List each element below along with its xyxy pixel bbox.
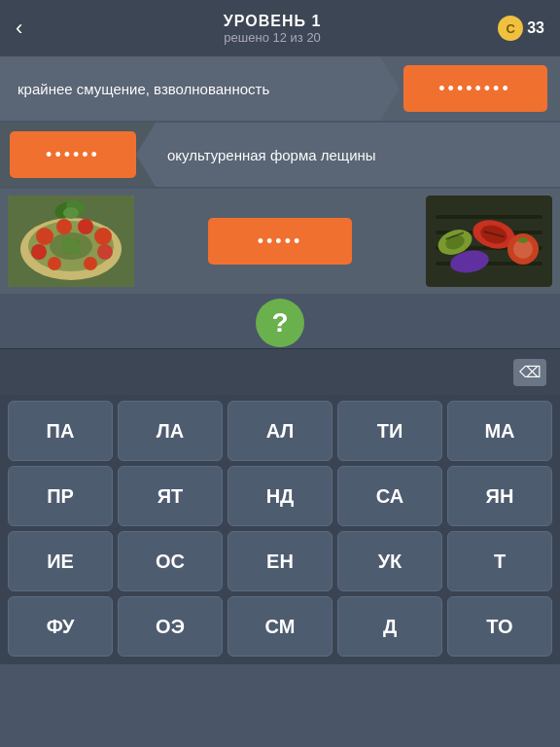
letter-cell-2-4[interactable]: Т bbox=[447, 531, 552, 591]
clue2-answer-area: •••••• bbox=[0, 131, 136, 178]
clue2-answer[interactable]: •••••• bbox=[10, 131, 136, 178]
hint-button[interactable]: ? bbox=[256, 299, 304, 347]
clue2-text: окультуренная форма лещины bbox=[136, 123, 560, 187]
food-image-1 bbox=[8, 196, 134, 287]
level-subtitle: решено 12 из 20 bbox=[47, 30, 498, 45]
back-button[interactable]: ‹ bbox=[16, 16, 47, 41]
svg-point-11 bbox=[31, 244, 47, 260]
clue2-label: окультуренная форма лещины bbox=[167, 147, 376, 163]
letter-cell-0-0[interactable]: ПА bbox=[8, 401, 113, 461]
letter-cell-1-4[interactable]: ЯН bbox=[447, 466, 552, 526]
svg-point-14 bbox=[61, 239, 81, 253]
letter-cell-1-1[interactable]: ЯТ bbox=[118, 466, 223, 526]
coins-badge: C 33 bbox=[498, 16, 544, 41]
svg-point-17 bbox=[63, 207, 79, 219]
header: ‹ УРОВЕНЬ 1 решено 12 из 20 C 33 bbox=[0, 0, 560, 56]
clue1-label: крайнее смущение, взволнованность bbox=[18, 81, 269, 97]
svg-point-5 bbox=[56, 219, 72, 234]
clue-row-2: •••••• окультуренная форма лещины bbox=[0, 123, 560, 187]
letter-cell-3-4[interactable]: ТО bbox=[447, 596, 552, 657]
clue1-answer[interactable]: •••••••• bbox=[403, 65, 547, 112]
letter-cell-0-1[interactable]: ЛА bbox=[118, 401, 223, 461]
clue3-answer-area: ••••• bbox=[140, 218, 420, 265]
clue3-answer[interactable]: ••••• bbox=[208, 218, 352, 265]
level-title: УРОВЕНЬ 1 bbox=[47, 13, 498, 30]
clue-row-3: ••••• bbox=[0, 189, 560, 294]
letter-cell-1-0[interactable]: ПР bbox=[8, 466, 113, 526]
svg-point-9 bbox=[84, 257, 97, 270]
svg-point-10 bbox=[48, 257, 61, 270]
letter-cell-3-1[interactable]: ОЭ bbox=[118, 596, 223, 657]
svg-rect-19 bbox=[436, 215, 542, 219]
food-image-2 bbox=[426, 196, 552, 287]
letter-cell-2-0[interactable]: ИЕ bbox=[8, 531, 113, 591]
header-center: УРОВЕНЬ 1 решено 12 из 20 bbox=[47, 13, 498, 45]
letter-cell-2-2[interactable]: ЕН bbox=[228, 531, 332, 591]
letter-cell-1-3[interactable]: СА bbox=[337, 466, 442, 526]
coin-icon: C bbox=[498, 16, 523, 41]
clue-row-1: крайнее смущение, взволнованность ••••••… bbox=[0, 56, 560, 121]
delete-button[interactable]: ⌫ bbox=[513, 359, 546, 386]
question-area: ? bbox=[0, 298, 560, 348]
coin-count: 33 bbox=[527, 19, 544, 37]
svg-point-29 bbox=[518, 237, 528, 243]
svg-point-6 bbox=[78, 219, 93, 234]
letter-cell-0-4[interactable]: МА bbox=[447, 401, 552, 461]
letter-cell-2-1[interactable]: ОС bbox=[118, 531, 223, 591]
svg-point-4 bbox=[36, 228, 53, 245]
letter-grid: ПАЛААЛТИМАПРЯТНДСАЯНИЕОСЕНУКТФУОЭСМДТО bbox=[0, 395, 560, 664]
answer-bar: ⌫ bbox=[0, 348, 560, 395]
letter-cell-0-3[interactable]: ТИ bbox=[337, 401, 442, 461]
letter-cell-0-2[interactable]: АЛ bbox=[228, 401, 332, 461]
clue1-answer-area: •••••••• bbox=[400, 65, 560, 112]
clue1-text: крайнее смущение, взволнованность bbox=[0, 56, 400, 121]
letter-cell-1-2[interactable]: НД bbox=[228, 466, 332, 526]
letter-cell-3-0[interactable]: ФУ bbox=[8, 596, 113, 657]
letter-cell-3-3[interactable]: Д bbox=[337, 596, 442, 657]
letter-cell-2-3[interactable]: УК bbox=[337, 531, 442, 591]
svg-point-8 bbox=[97, 244, 113, 260]
svg-point-7 bbox=[94, 228, 112, 245]
letter-cell-3-2[interactable]: СМ bbox=[228, 596, 332, 657]
